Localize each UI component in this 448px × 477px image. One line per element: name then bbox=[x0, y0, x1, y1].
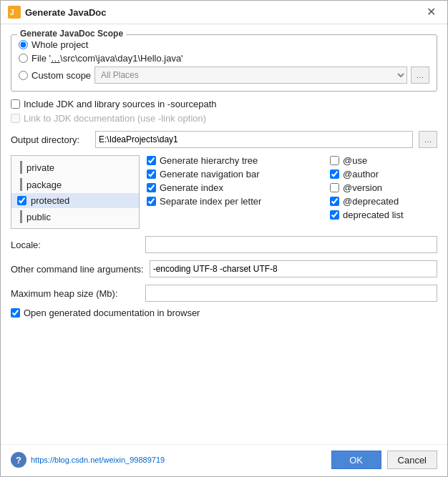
checkboxes-right: @use @author @version @deprecated deprec… bbox=[330, 155, 437, 229]
separate-index-label[interactable]: Separate index per letter bbox=[160, 196, 261, 207]
access-level-panel: private package protected public bbox=[11, 155, 140, 229]
cb-navbar: Generate navigation bar bbox=[147, 169, 323, 180]
whole-project-row: Whole project bbox=[19, 39, 429, 50]
main-options: private package protected public bbox=[11, 155, 437, 229]
other-args-row: Other command line arguments: bbox=[11, 260, 437, 277]
whole-project-radio[interactable] bbox=[19, 40, 28, 49]
open-browser-label[interactable]: Open generated documentation in browser bbox=[24, 308, 200, 318]
access-private[interactable]: private bbox=[11, 159, 139, 176]
output-browse-button[interactable]: … bbox=[419, 131, 437, 148]
ok-button[interactable]: OK bbox=[331, 451, 381, 469]
cb-version: @version bbox=[330, 182, 437, 193]
version-label[interactable]: @version bbox=[343, 182, 382, 193]
access-public-label: public bbox=[26, 212, 51, 222]
link-jdk-row: Link to JDK documentation (use -link opt… bbox=[11, 113, 437, 124]
use-checkbox[interactable] bbox=[330, 156, 339, 165]
cb-sep-index: Separate index per letter bbox=[147, 196, 323, 207]
custom-scope-row: Custom scope All Places … bbox=[19, 67, 429, 84]
hierarchy-tree-label[interactable]: Generate hierarchy tree bbox=[160, 155, 258, 166]
hierarchy-tree-checkbox[interactable] bbox=[147, 156, 156, 165]
generate-index-checkbox[interactable] bbox=[147, 183, 156, 192]
footer-left: ? https://blog.csdn.net/weixin_99889719 bbox=[11, 452, 165, 468]
cancel-button[interactable]: Cancel bbox=[387, 451, 437, 469]
navigation-bar-label[interactable]: Generate navigation bar bbox=[160, 169, 259, 180]
output-directory-row: Output directory: … bbox=[11, 131, 437, 148]
custom-scope-radio[interactable] bbox=[19, 71, 28, 80]
locale-input[interactable] bbox=[145, 236, 437, 253]
scope-group-box: Generate JavaDoc Scope Whole project Fil… bbox=[11, 34, 437, 92]
svg-text:J: J bbox=[10, 9, 14, 16]
access-bar bbox=[20, 210, 22, 223]
other-args-label: Other command line arguments: bbox=[11, 264, 144, 275]
checkboxes-left: Generate hierarchy tree Generate navigat… bbox=[147, 155, 323, 229]
locale-label: Locale: bbox=[11, 240, 140, 250]
deprecated-list-label[interactable]: deprecated list bbox=[343, 210, 404, 220]
footer-right: OK Cancel bbox=[331, 451, 437, 469]
author-checkbox[interactable] bbox=[330, 169, 339, 179]
custom-scope-label[interactable]: Custom scope bbox=[31, 70, 91, 81]
include-jdk-row: Include JDK and library sources in -sour… bbox=[11, 99, 437, 109]
dialog-title: Generate JavaDoc bbox=[25, 7, 106, 18]
deprecated-label[interactable]: @deprecated bbox=[343, 196, 399, 207]
access-package[interactable]: package bbox=[11, 176, 139, 193]
author-label[interactable]: @author bbox=[343, 169, 379, 180]
access-package-label: package bbox=[26, 180, 62, 190]
access-protected-label: protected bbox=[31, 195, 69, 206]
access-bar bbox=[20, 161, 22, 174]
include-jdk-label[interactable]: Include JDK and library sources in -sour… bbox=[24, 99, 217, 109]
whole-project-label[interactable]: Whole project bbox=[31, 39, 88, 50]
file-radio[interactable] bbox=[19, 54, 28, 63]
access-private-label: private bbox=[26, 162, 54, 173]
access-protected-checkbox[interactable] bbox=[17, 196, 26, 205]
separate-index-checkbox[interactable] bbox=[147, 197, 156, 206]
file-label-text: File '…\src\com\java\day1\Hello.java' bbox=[31, 53, 183, 64]
access-bar bbox=[20, 178, 22, 191]
access-public[interactable]: public bbox=[11, 208, 139, 225]
cb-deprecated-list: deprecated list bbox=[330, 210, 437, 220]
generate-javadoc-dialog: J Generate JavaDoc ✕ Generate JavaDoc Sc… bbox=[0, 0, 448, 477]
link-jdk-label[interactable]: Link to JDK documentation (use -link opt… bbox=[24, 113, 206, 124]
javadoc-icon: J bbox=[8, 6, 21, 19]
custom-scope-select[interactable]: All Places bbox=[94, 67, 407, 84]
include-jdk-checkbox[interactable] bbox=[11, 99, 20, 109]
use-label[interactable]: @use bbox=[343, 155, 367, 166]
help-button[interactable]: ? bbox=[11, 452, 26, 468]
cb-use: @use bbox=[330, 155, 437, 166]
other-args-input[interactable] bbox=[150, 260, 437, 277]
generate-index-label[interactable]: Generate index bbox=[160, 182, 223, 193]
output-directory-label: Output directory: bbox=[11, 134, 89, 145]
close-button[interactable]: ✕ bbox=[422, 5, 440, 19]
deprecated-list-checkbox[interactable] bbox=[330, 210, 339, 220]
dialog-footer: ? https://blog.csdn.net/weixin_99889719 … bbox=[1, 444, 447, 476]
heap-size-row: Maximum heap size (Mb): bbox=[11, 285, 437, 302]
open-browser-checkbox[interactable] bbox=[11, 308, 20, 318]
cb-author: @author bbox=[330, 169, 437, 180]
footer-link[interactable]: https://blog.csdn.net/weixin_99889719 bbox=[31, 456, 165, 464]
output-directory-input[interactable] bbox=[95, 131, 413, 148]
title-bar: J Generate JavaDoc ✕ bbox=[1, 1, 447, 24]
cb-deprecated: @deprecated bbox=[330, 196, 437, 207]
file-label[interactable]: File '…\src\com\java\day1\Hello.java' bbox=[31, 53, 183, 64]
custom-scope-browse-button[interactable]: … bbox=[411, 67, 429, 84]
navigation-bar-checkbox[interactable] bbox=[147, 169, 156, 179]
scope-group-label: Generate JavaDoc Scope bbox=[17, 29, 126, 39]
locale-row: Locale: bbox=[11, 236, 437, 253]
title-bar-left: J Generate JavaDoc bbox=[8, 6, 106, 19]
deprecated-checkbox[interactable] bbox=[330, 197, 339, 206]
open-browser-row: Open generated documentation in browser bbox=[11, 308, 437, 318]
dialog-body: Generate JavaDoc Scope Whole project Fil… bbox=[1, 24, 447, 444]
cb-hierarchy: Generate hierarchy tree bbox=[147, 155, 323, 166]
options-section: Include JDK and library sources in -sour… bbox=[11, 97, 437, 125]
heap-size-label: Maximum heap size (Mb): bbox=[11, 288, 140, 299]
version-checkbox[interactable] bbox=[330, 183, 339, 192]
heap-size-input[interactable] bbox=[145, 285, 437, 302]
link-jdk-checkbox[interactable] bbox=[11, 114, 20, 123]
file-row: File '…\src\com\java\day1\Hello.java' bbox=[19, 53, 429, 64]
cb-index: Generate index bbox=[147, 182, 323, 193]
access-protected[interactable]: protected bbox=[11, 193, 139, 208]
